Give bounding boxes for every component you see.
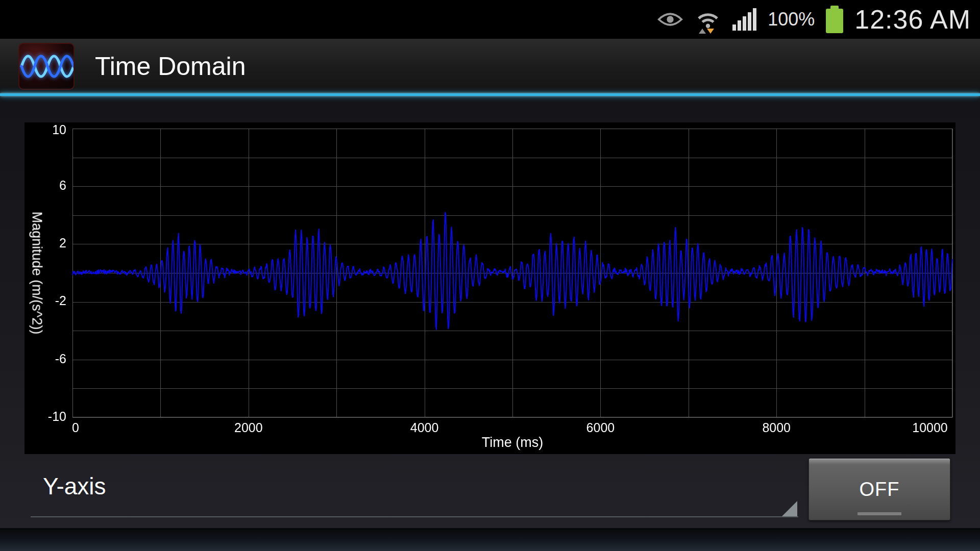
bottom-gradient	[0, 528, 980, 551]
app-icon[interactable]	[18, 43, 75, 90]
y-axis-label: Magnitude (m/(s^2))	[29, 212, 45, 335]
y-axis-toggle-button[interactable]: OFF	[808, 458, 950, 520]
plot-panel: Magnitude (m/(s^2)) Time (ms)	[24, 122, 955, 454]
wifi-activity-arrows-icon	[699, 29, 714, 34]
accent-underline	[0, 93, 980, 96]
toggle-indicator	[857, 512, 901, 515]
status-bar: 100% 12:36 AM	[0, 0, 980, 39]
page-title: Time Domain	[95, 52, 246, 81]
signal-strength-icon	[732, 8, 756, 31]
x-axis-label: Time (ms)	[482, 435, 543, 450]
spinner-selected-label: Y-axis	[43, 472, 106, 500]
toggle-label: OFF	[860, 479, 900, 500]
wifi-icon	[695, 6, 721, 33]
smart-stay-eye-icon	[657, 10, 683, 29]
spinner-corner-handle-icon	[782, 501, 797, 516]
waveform-canvas	[24, 122, 955, 454]
clock-label: 12:36 AM	[854, 4, 971, 35]
screen: 100% 12:36 AM Time Domain Magnitude (m/(…	[0, 0, 980, 551]
spinner-underline	[31, 516, 798, 517]
battery-percent-label: 100%	[768, 9, 815, 30]
action-bar: Time Domain	[0, 39, 980, 93]
battery-icon	[826, 6, 843, 33]
y-axis-spinner[interactable]: Y-axis	[24, 458, 798, 517]
